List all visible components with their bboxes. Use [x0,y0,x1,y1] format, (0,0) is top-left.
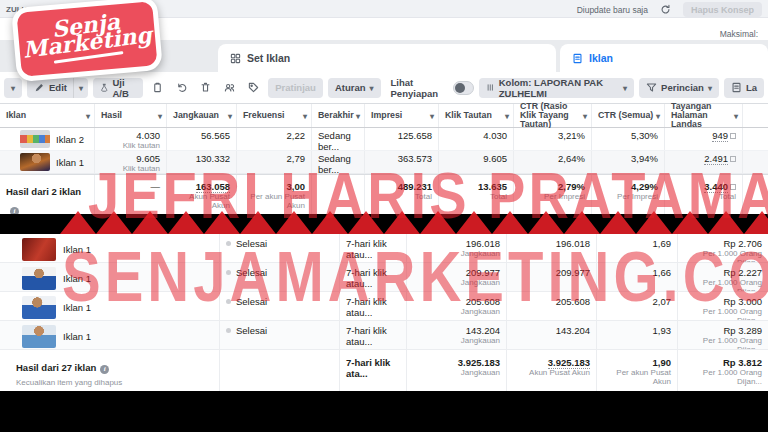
ad-name[interactable]: Iklan 2 [56,134,84,145]
ads-manager-screen: ZULHELMI Diupdate baru saja Hapus Konsep… [0,0,768,432]
header-berakhir[interactable]: Berakhir [312,104,365,127]
summary-row: Hasil dari 2 iklani — 163.058Akun Pusat … [0,174,768,214]
header-hasil[interactable]: Hasil [95,104,167,127]
edit-button[interactable]: Edit [27,78,73,98]
edit-dropdown-button[interactable] [73,78,88,98]
sort-caret-icon [505,111,509,121]
status-badge: Selesai [236,267,267,278]
external-link-icon [730,156,736,162]
level-tabs: Set Iklan Iklan [0,40,768,72]
budget-max-label: Maksimal: [720,29,758,39]
ad-thumbnail [20,153,50,171]
discard-draft-button[interactable]: Hapus Konsep [683,2,762,17]
chevron-down-icon [623,82,627,93]
delete-icon[interactable] [196,82,215,93]
report-icon [731,82,742,93]
header-iklan[interactable]: Iklan [0,104,95,127]
table-row[interactable]: Iklan 1 Selesai 7-hari klik atau... 209.… [0,263,768,292]
status-dot [226,328,231,333]
columns-button[interactable]: Kolom: LAPORAN PAK ZULHELMI [479,78,634,98]
refresh-icon[interactable] [656,4,675,15]
undo-icon[interactable] [172,82,191,93]
info-icon[interactable]: i [10,207,19,214]
secondary-bar [0,18,768,40]
ad-name[interactable]: Iklan 1 [63,244,91,255]
ad-thumbnail [22,296,56,319]
sort-caret-icon [430,111,434,121]
more-dropdown-button[interactable] [4,78,22,98]
flask-icon [100,82,108,93]
top-bar: ZULHELMI Diupdate baru saja Hapus Konsep [0,0,768,18]
funnel-icon [646,82,657,93]
summary-label: Hasil dari 2 iklan [6,186,81,197]
header-tayangan[interactable]: Tayangan Halaman Landas [665,104,743,127]
external-link-icon [730,133,736,139]
ad-thumbnail [22,238,56,261]
toggle-knob [455,83,465,93]
header-impresi[interactable]: Impresi [365,104,439,127]
chevron-down-icon [11,82,15,93]
duplicate-icon[interactable] [148,82,167,93]
sort-caret-icon [583,111,587,121]
info-icon[interactable]: i [100,365,109,374]
table-row[interactable]: Iklan 2 4.030Klik tautan 56.565 2,22 Sed… [0,128,768,151]
status-dot [226,270,231,275]
sort-caret-icon [356,111,360,121]
audience-icon[interactable] [220,82,239,93]
rules-button[interactable]: Aturan [328,78,381,98]
ad-thumbnail [22,267,56,290]
preview-button[interactable]: Pratinjau [268,78,323,98]
sort-caret-icon [734,111,738,121]
view-setup-toggle[interactable] [453,81,474,95]
header-klik-tautan[interactable]: Klik Tautan [439,104,514,127]
ad-name[interactable]: Iklan 1 [63,302,91,313]
sort-caret-icon [158,111,162,121]
chevron-down-icon [79,82,83,93]
toolbar: Edit Uji A/B Pratinjau Aturan Lihat Peny… [0,72,768,104]
ad-name[interactable]: Iklan 1 [56,157,84,168]
table-row[interactable]: Iklan 1 Selesai 7-hari klik atau... 143.… [0,321,768,350]
breakdown-button[interactable]: Perincian [639,78,719,98]
table-header: Iklan Hasil Jangkauan Frekuensi Berakhir… [0,104,768,128]
header-frekuensi[interactable]: Frekuensi [237,104,312,127]
landing-views-link[interactable]: 949 [712,130,728,142]
header-jangkauan[interactable]: Jangkauan [167,104,237,127]
ad-name[interactable]: Iklan 1 [63,331,91,342]
summary-label: Hasil dari 27 iklan [16,362,96,373]
table-row[interactable]: Iklan 1 Selesai 7-hari klik atau... 205.… [0,292,768,321]
sort-caret-icon [86,111,90,121]
ab-test-button[interactable]: Uji A/B [93,78,143,98]
status-dot [226,299,231,304]
status-badge: Selesai [236,238,267,249]
status-badge: Selesai [236,296,267,307]
table-row[interactable]: Iklan 1 9.605Klik tautan 130.332 2,79 Se… [0,151,768,174]
view-setup-label: Lihat Penyiapan [391,77,449,99]
chevron-down-icon [708,82,712,93]
ad-thumbnail [20,130,50,148]
last-updated-text: Diupdate baru saja [577,5,648,15]
external-link-icon [730,184,736,190]
columns-icon [486,82,495,93]
tab-iklan[interactable]: Iklan [560,44,768,72]
sort-caret-icon [228,111,232,121]
chevron-down-icon [370,82,374,93]
summary-row: Hasil dari 27 iklaniKecualikan item yang… [0,350,768,391]
ad-thumbnail [22,325,56,348]
landing-views-link[interactable]: 2.491 [704,153,728,165]
header-ctr-semua[interactable]: CTR (Semua) [592,104,665,127]
sort-caret-icon [656,111,660,121]
ad-name[interactable]: Iklan 1 [63,273,91,284]
account-name: ZULHELMI [6,5,46,14]
bottom-black-bar [0,391,768,432]
header-ctr-tautan[interactable]: CTR (Rasio Klik Tayang Tautan) [514,104,592,127]
table-row[interactable]: Iklan 1 Selesai 7-hari klik atau... 196.… [0,234,768,263]
report-button[interactable]: La [724,78,764,98]
tag-icon[interactable] [244,82,263,93]
status-badge: Selesai [236,325,267,336]
sort-caret-icon [303,111,307,121]
tab-set-iklan[interactable]: Set Iklan [218,44,556,72]
pencil-icon [34,82,45,93]
status-dot [226,241,231,246]
ads-image-icon [572,53,583,64]
adset-grid-icon [230,53,241,64]
